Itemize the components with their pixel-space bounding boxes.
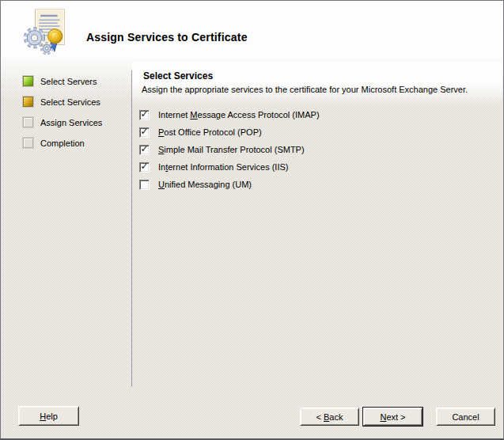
sidebar-step-select-services: Select Services: [23, 97, 132, 107]
pop-checkbox[interactable]: ✓: [139, 127, 150, 138]
checkmark-icon: ✓: [140, 128, 148, 135]
wizard-steps-sidebar: Select Servers Select Services Assign Se…: [1, 63, 132, 394]
page-description: Assign the appropriate services to the c…: [142, 85, 491, 94]
um-checkbox[interactable]: [139, 180, 150, 190]
checkmark-icon: ✓: [140, 146, 148, 153]
wizard-title: Assign Services to Certificate: [86, 31, 248, 44]
service-row-iis: ✓ Internet Information Services (IIS): [139, 161, 491, 173]
smtp-checkbox[interactable]: ✓: [139, 145, 150, 155]
content-pane: Select Services Assign the appropriate s…: [132, 63, 502, 395]
checkmark-icon: ✓: [140, 111, 148, 118]
service-row-smtp: ✓ Simple Mail Transfer Protocol (SMTP): [139, 144, 491, 155]
imap-label[interactable]: Internet Message Access Protocol (IMAP): [158, 110, 320, 119]
service-list: ✓ Internet Message Access Protocol (IMAP…: [142, 109, 491, 190]
wizard-header: Assign Services to Certificate: [1, 1, 503, 63]
smtp-label[interactable]: Simple Mail Transfer Protocol (SMTP): [158, 145, 305, 154]
step-label: Select Servers: [40, 77, 97, 86]
sidebar-step-assign-services: Assign Services: [23, 117, 132, 127]
iis-checkbox[interactable]: ✓: [139, 162, 150, 173]
help-button[interactable]: Help: [18, 406, 79, 426]
cancel-button[interactable]: Cancel: [436, 408, 495, 426]
step-status-square-icon: [23, 138, 33, 148]
step-label: Select Services: [40, 97, 100, 107]
service-row-imap: ✓ Internet Message Access Protocol (IMAP…: [139, 109, 491, 120]
back-button[interactable]: < Back: [300, 408, 359, 426]
wizard-window: Assign Services to Certificate Select Se…: [0, 0, 504, 440]
step-label: Assign Services: [40, 118, 102, 127]
checkmark-icon: ✓: [140, 163, 148, 170]
sidebar-step-completion: Completion: [23, 138, 132, 148]
next-button[interactable]: Next >: [363, 408, 423, 426]
step-status-square-icon: [23, 97, 33, 107]
certificate-services-icon: [23, 7, 72, 56]
imap-checkbox[interactable]: ✓: [139, 110, 150, 120]
step-status-square-icon: [23, 76, 33, 86]
service-row-um: Unified Messaging (UM): [139, 179, 491, 190]
sidebar-step-select-servers: Select Servers: [23, 76, 132, 86]
pop-label[interactable]: Post Office Protocol (POP): [158, 127, 262, 137]
um-label[interactable]: Unified Messaging (UM): [158, 180, 252, 189]
iis-label[interactable]: Internet Information Services (IIS): [158, 162, 288, 172]
page-heading: Select Services: [143, 70, 491, 82]
step-label: Completion: [40, 138, 85, 148]
service-row-pop: ✓ Post Office Protocol (POP): [139, 127, 491, 138]
step-status-square-icon: [23, 117, 33, 127]
